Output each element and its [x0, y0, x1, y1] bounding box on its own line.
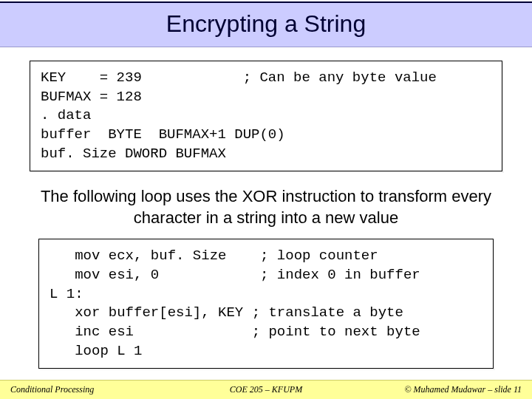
slide-title: Encrypting a String: [0, 10, 532, 38]
code-block-loop: mov ecx, buf. Size ; loop counter mov es…: [38, 239, 494, 369]
footer-right: © Muhamed Mudawar – slide 11: [404, 384, 522, 395]
body-paragraph: The following loop uses the XOR instruct…: [22, 186, 510, 228]
slide-footer: Conditional Processing COE 205 – KFUPM ©…: [0, 380, 532, 399]
code-block-declarations: KEY = 239 ; Can be any byte value BUFMAX…: [30, 61, 502, 171]
title-bar: Encrypting a String: [0, 1, 532, 47]
footer-center: COE 205 – KFUPM: [230, 384, 302, 395]
footer-left: Conditional Processing: [10, 384, 94, 395]
